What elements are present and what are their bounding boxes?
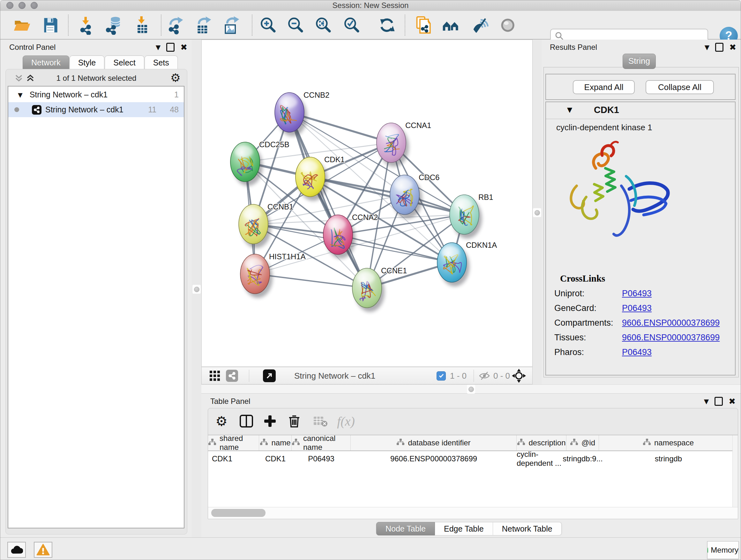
network-node-CCNB2[interactable] — [275, 92, 307, 136]
network-options-gear-icon[interactable]: ⚙ — [171, 71, 181, 84]
import-table-file-button[interactable] — [132, 15, 153, 36]
crosslink-link[interactable]: P06493 — [622, 348, 652, 357]
table-cell[interactable]: CDK1 — [208, 452, 259, 466]
network-node-RB1[interactable] — [450, 195, 482, 239]
warnings-button[interactable] — [34, 542, 52, 558]
panel-close-icon[interactable]: ✖ — [729, 44, 736, 51]
zoom-in-button[interactable] — [258, 15, 279, 36]
show-all-button[interactable] — [498, 15, 519, 36]
splitter-handle[interactable] — [533, 208, 541, 217]
create-column-button[interactable] — [261, 412, 279, 430]
crosslink-link[interactable]: 9606.ENSP00000378699 — [622, 333, 720, 343]
vertical-splitter-right[interactable] — [533, 40, 542, 384]
crosslink-link[interactable]: 9606.ENSP00000378699 — [622, 318, 720, 328]
show-grid-button[interactable] — [209, 369, 221, 382]
network-collection-row[interactable]: ▼ String Network – cdk1 1 — [8, 87, 184, 102]
import-network-file-button[interactable] — [77, 15, 97, 36]
panel-menu-icon[interactable]: ▼ — [156, 44, 160, 51]
column-header-shared-name[interactable]: shared name — [208, 435, 259, 450]
table-cell[interactable]: 9606.ENSP00000378699 — [351, 452, 517, 466]
zoom-fit-button[interactable] — [313, 15, 334, 36]
network-node-CCNB1[interactable] — [239, 204, 271, 248]
table-panel: Table Panel ▼ ✖ ⚙ f(x) shared namen — [201, 394, 741, 537]
apply-layout-button[interactable] — [377, 15, 398, 36]
splitter-handle[interactable] — [192, 285, 201, 294]
export-table-button[interactable] — [193, 15, 214, 36]
delete-table-button-disabled[interactable] — [312, 412, 329, 430]
crosslink-link[interactable]: P06493 — [622, 289, 652, 299]
tab-style[interactable]: Style — [70, 56, 105, 70]
open-in-new-window-button[interactable] — [263, 369, 276, 382]
column-header-description[interactable]: description — [517, 435, 566, 450]
window-title: Session: New Session — [0, 0, 741, 11]
zoom-selected-button[interactable] — [342, 15, 362, 36]
share-icon — [226, 370, 238, 382]
column-header-name[interactable]: name — [259, 435, 292, 450]
scrollbar-thumb[interactable] — [211, 509, 266, 517]
panel-close-icon[interactable]: ✖ — [180, 44, 187, 51]
splitter-handle[interactable] — [467, 385, 475, 394]
expand-all-button[interactable]: Expand All — [573, 80, 635, 94]
table-cell[interactable]: stringdb — [599, 452, 738, 466]
save-session-button[interactable] — [41, 15, 61, 36]
network-node-CDKN1A[interactable] — [437, 243, 469, 287]
show-columns-button[interactable] — [238, 412, 255, 430]
node-label-CDC25B: CDC25B — [259, 140, 289, 149]
panel-float-icon[interactable] — [166, 43, 175, 52]
tab-edge-table[interactable]: Edge Table — [435, 522, 493, 536]
hide-selection-button[interactable] — [471, 15, 491, 36]
column-header-canonical-name[interactable]: canonical name — [292, 435, 351, 450]
panel-close-icon[interactable]: ✖ — [729, 398, 736, 405]
table-panel-title: Table Panel — [210, 397, 250, 406]
network-node-CCNE1[interactable] — [352, 268, 385, 312]
vertical-splitter-left[interactable] — [192, 40, 201, 537]
tab-select[interactable]: Select — [105, 56, 144, 70]
selected-checkbox[interactable] — [436, 369, 446, 382]
table-cell[interactable]: CDK1 — [259, 452, 292, 466]
table-options-button[interactable]: ⚙ — [212, 412, 230, 430]
table-cell[interactable]: stringdb:9... — [566, 452, 599, 466]
panel-menu-icon[interactable]: ▼ — [704, 44, 710, 51]
cloud-status-button[interactable] — [7, 542, 26, 558]
table-cell[interactable]: cyclin-dependent ... — [517, 452, 566, 466]
new-network-from-selection-button[interactable] — [414, 15, 434, 36]
memory-button[interactable]: Memory — [707, 541, 739, 559]
network-node-CDC6[interactable] — [390, 175, 422, 219]
network-view-canvas[interactable]: CCNB2CCNA1CDC25BCDK1CDC6RB1CCNB1CCNA2CDK… — [201, 40, 533, 367]
birds-eye-view-button[interactable] — [512, 369, 526, 382]
export-image-button[interactable] — [221, 15, 242, 36]
column-header-database-identifier[interactable]: database identifier — [351, 435, 517, 450]
table-vertical-scrollbar[interactable] — [732, 435, 738, 508]
network-type-button[interactable] — [226, 369, 238, 382]
panel-float-icon[interactable] — [715, 43, 724, 52]
table-horizontal-scrollbar[interactable] — [208, 507, 738, 519]
tab-network[interactable]: Network — [23, 56, 69, 70]
network-node-CCNA2[interactable] — [323, 215, 355, 259]
tree-expander-icon[interactable]: ▼ — [18, 91, 23, 98]
column-header-namespace[interactable]: namespace — [599, 435, 738, 450]
panel-float-icon[interactable] — [715, 397, 723, 406]
tab-node-table[interactable]: Node Table — [376, 522, 435, 536]
network-row-selected[interactable]: String Network – cdk1 11 48 — [8, 102, 184, 117]
delete-column-button[interactable] — [285, 412, 303, 430]
panel-menu-icon[interactable]: ▼ — [704, 397, 709, 405]
section-collapse-icon[interactable]: ▼ — [567, 106, 572, 114]
export-network-button[interactable] — [165, 15, 186, 36]
open-session-button[interactable] — [12, 15, 32, 36]
tab-sets[interactable]: Sets — [145, 56, 178, 70]
tab-network-table[interactable]: Network Table — [493, 522, 562, 536]
zoom-out-button[interactable] — [286, 15, 306, 36]
first-neighbors-button[interactable] — [441, 15, 461, 36]
collapse-all-button[interactable]: Collapse All — [646, 80, 714, 94]
node-label-CCNB1: CCNB1 — [267, 202, 293, 211]
horizontal-splitter[interactable] — [201, 384, 741, 394]
section-header[interactable]: ▼ CDK1 — [546, 102, 735, 119]
network-edge-CCNB2-CCNE1[interactable] — [289, 112, 367, 288]
crosslink-link[interactable]: P06493 — [622, 303, 652, 313]
column-header--id[interactable]: @id — [566, 435, 599, 450]
tab-string[interactable]: String — [623, 54, 656, 69]
import-network-database-button[interactable] — [104, 15, 124, 36]
table-cell[interactable]: P06493 — [292, 452, 351, 466]
function-builder-button-disabled[interactable]: f(x) — [337, 412, 355, 430]
network-node-HIST1H1A[interactable] — [240, 254, 273, 298]
